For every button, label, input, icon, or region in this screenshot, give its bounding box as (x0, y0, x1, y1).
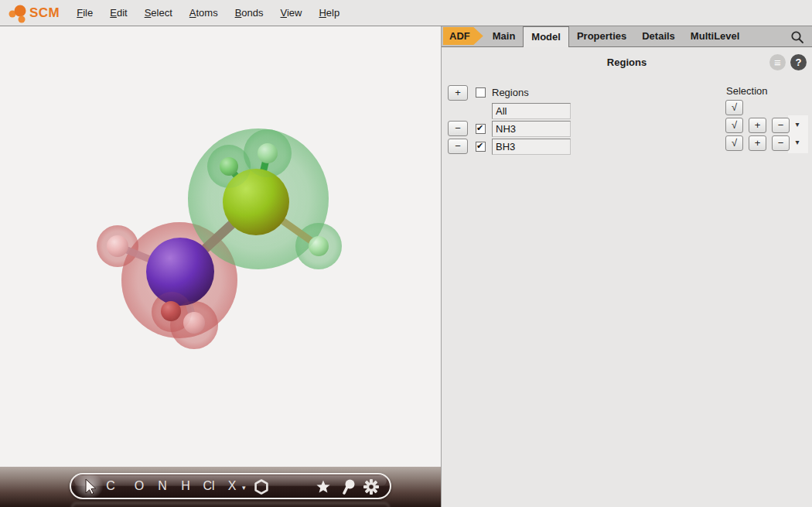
selection-add-nh3-button[interactable]: + (749, 118, 766, 133)
region-sphere-green-front (295, 223, 342, 269)
tab-adf[interactable]: ADF (443, 27, 483, 45)
panel-tab-bar: ADF Main Model Properties Details MultiL… (442, 26, 812, 47)
element-h-button[interactable]: H (181, 474, 190, 498)
region-spheres-front (97, 128, 342, 349)
region-sphere-red-front (170, 301, 218, 349)
scm-logo-icon (5, 0, 28, 26)
region-name-field-bh3[interactable] (492, 139, 571, 155)
selection-check-nh3-button[interactable]: √ (725, 118, 743, 133)
selection-remove-bh3-button[interactable]: − (772, 135, 790, 151)
help-icon[interactable]: ? (790, 54, 807, 70)
scm-logo: SCM (5, 0, 60, 26)
remove-region-nh3-button[interactable]: − (448, 121, 468, 136)
tab-main[interactable]: Main (485, 26, 524, 46)
region-bh3-checkbox[interactable] (476, 142, 486, 152)
selection-check-bh3-button[interactable]: √ (725, 135, 743, 151)
remove-region-bh3-button[interactable]: − (448, 139, 468, 154)
element-c-button[interactable]: C (106, 474, 115, 498)
selection-dropdown-bh3-icon[interactable]: ▾ (791, 138, 803, 150)
menu-bar: SCM File Edit Select Atoms Bonds View He… (0, 0, 812, 26)
selection-check-all-button[interactable]: √ (725, 100, 743, 115)
element-x-button[interactable]: X (228, 474, 237, 498)
region-sphere-green-front (244, 129, 292, 177)
menu-item-edit[interactable]: Edit (104, 7, 133, 19)
tab-multilevel[interactable]: MultiLevel (683, 26, 748, 46)
region-sphere-red-front (97, 225, 138, 267)
panel-menu-icon[interactable]: ≡ (769, 54, 786, 70)
regions-panel: Regions ≡ ? + Regions Selection √ − √ + … (442, 47, 812, 507)
toolbar-reflection (71, 502, 390, 507)
menu-item-select[interactable]: Select (138, 7, 179, 19)
selection-label: Selection (726, 85, 767, 97)
ring-tool-icon[interactable] (254, 474, 269, 498)
molecule-canvas (0, 26, 441, 507)
balloon-tool-icon[interactable] (340, 474, 356, 498)
gear-tool-icon[interactable] (363, 474, 380, 498)
tab-model[interactable]: Model (523, 26, 569, 47)
panel-title: Regions (442, 57, 812, 68)
menu-item-view[interactable]: View (275, 7, 309, 19)
settings-panel: ADF Main Model Properties Details MultiL… (441, 26, 812, 507)
element-dropdown-icon[interactable]: ▾ (242, 484, 246, 492)
region-name-field-all[interactable] (492, 103, 571, 119)
regions-label: Regions (492, 87, 529, 98)
scm-logo-text: SCM (29, 5, 60, 21)
menu-item-file[interactable]: File (70, 7, 99, 19)
star-tool-icon[interactable] (316, 474, 331, 498)
region-nh3-checkbox[interactable] (476, 124, 486, 134)
search-icon[interactable] (790, 30, 804, 46)
element-n-button[interactable]: N (158, 474, 167, 498)
selection-remove-nh3-button[interactable]: − (772, 118, 790, 133)
element-o-button[interactable]: O (135, 474, 144, 498)
selection-add-bh3-button[interactable]: + (749, 135, 766, 151)
regions-header-checkbox[interactable] (476, 87, 486, 98)
add-region-button[interactable]: + (448, 85, 468, 101)
tab-properties[interactable]: Properties (569, 26, 634, 46)
menu-item-bonds[interactable]: Bonds (229, 7, 270, 19)
molecule-viewport[interactable]: C O N H Cl X ▾ (0, 26, 441, 507)
element-cl-button[interactable]: Cl (203, 474, 214, 498)
region-name-field-nh3[interactable] (492, 121, 571, 137)
selection-dropdown-nh3-icon[interactable]: ▾ (791, 120, 803, 132)
menu-item-help[interactable]: Help (312, 7, 346, 19)
tab-details[interactable]: Details (634, 26, 683, 46)
pointer-tool-icon[interactable] (80, 474, 97, 498)
menu-item-atoms[interactable]: Atoms (183, 7, 224, 19)
viewport-toolbar: C O N H Cl X ▾ (70, 473, 391, 499)
